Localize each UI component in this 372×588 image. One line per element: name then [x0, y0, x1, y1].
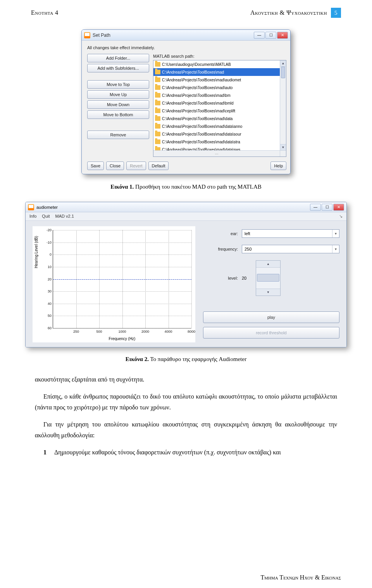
scroll-down-icon[interactable]: ▼ [280, 144, 286, 150]
titlebar[interactable]: Set Path — ☐ ✕ [82, 30, 290, 41]
titlebar[interactable]: audiometer — ☐ ✕ [26, 202, 346, 212]
path-list-item[interactable]: C:\Andreas\Projects\ToolBoxes\mad\data\s… [153, 130, 286, 138]
ear-select[interactable]: left ▼ [242, 229, 339, 238]
search-path-label: MATLAB search path: [153, 54, 286, 58]
path-item-text: C:\Andreas\Projects\ToolBoxes\mad\data\s… [162, 140, 240, 144]
horizontal-scrollbar[interactable] [153, 150, 280, 156]
chart-ytick: 50 [48, 314, 53, 318]
body-text: ακουστότητας εξαρτάται από τη συχνότητα.… [0, 374, 372, 458]
chart-ytick: 10 [48, 265, 53, 269]
move-up-button[interactable]: Move Up [87, 90, 149, 99]
chart-ytick: 40 [48, 302, 53, 306]
path-list-item[interactable]: C:\Users\audioguy\Documents\MATLAB [153, 60, 286, 68]
audiometer-window: audiometer — ☐ ✕ Info Quit MAD v2.1 ↘ -2… [25, 202, 347, 347]
play-button[interactable]: play [203, 311, 339, 323]
window-body: All changes take effect immediately. Add… [82, 41, 290, 174]
menu-corner-icon[interactable]: ↘ [339, 214, 343, 219]
window-title: audiometer [36, 205, 308, 210]
paragraph: Επίσης, ο κάθε άνθρωπος παρουσιάζει το δ… [35, 391, 337, 413]
ear-value: left [245, 231, 250, 236]
path-list-item[interactable]: C:\Andreas\Projects\ToolBoxes\mad\bmld [153, 99, 286, 107]
chart-xlabel: Frequency (Hz) [53, 337, 191, 341]
path-item-text: C:\Andreas\Projects\ToolBoxes\mad\bm [162, 93, 231, 98]
controls-panel: ear: left ▼ frequency: 250 ▼ level: 20 ▲ [203, 226, 339, 342]
folder-icon [155, 85, 160, 90]
chart-xtick: 4000 [164, 328, 172, 334]
chevron-down-icon: ▼ [332, 245, 339, 253]
chart-ytick: 60 [48, 326, 53, 330]
close-button[interactable]: ✕ [333, 204, 344, 211]
level-label: level: [203, 276, 238, 280]
slider-up-icon[interactable]: ▲ [256, 261, 280, 268]
list-text: Δημιουργούμε καθαρούς τόνους διαφορετικώ… [54, 447, 281, 458]
path-list-item[interactable]: C:\Andreas\Projects\ToolBoxes\mad\audiom… [153, 76, 286, 84]
window-control-buttons: — ☐ ✕ [254, 32, 288, 39]
caption-text: Το παράθυρο της εφαρμογής Audiometer [149, 356, 246, 362]
chart-xtick: 250 [73, 328, 79, 334]
add-folder-button[interactable]: Add Folder... [87, 54, 149, 62]
chart-ytick: 0 [50, 253, 53, 256]
folder-icon [155, 116, 160, 121]
add-with-subfolders-button[interactable]: Add with Subfolders... [87, 64, 149, 72]
folder-icon [155, 70, 160, 74]
frequency-label: frequency: [203, 247, 238, 251]
path-item-text: C:\Andreas\Projects\ToolBoxes\mad\auto [162, 86, 232, 90]
chart-ytick: 20 [48, 277, 53, 281]
slider-track[interactable] [256, 268, 280, 289]
chart-xtick: 500 [96, 328, 102, 334]
record-threshold-button[interactable]: record threshold [203, 327, 339, 339]
minimize-button[interactable]: — [254, 32, 265, 39]
set-path-window: Set Path — ☐ ✕ All changes take effect i… [81, 29, 291, 174]
chart-ytick: -10 [46, 241, 53, 244]
slider-thumb[interactable] [257, 274, 279, 282]
menu-info[interactable]: Info [29, 214, 36, 219]
vertical-scrollbar[interactable]: ▲ ▼ [280, 60, 286, 150]
caption-label: Εικόνα 1. [110, 184, 134, 190]
matlab-icon [84, 32, 90, 38]
scroll-thumb[interactable] [281, 67, 285, 78]
frequency-value: 250 [245, 247, 251, 251]
scroll-up-icon[interactable]: ▲ [280, 60, 286, 67]
level-slider[interactable]: ▲ ▼ [256, 260, 281, 296]
move-to-top-button[interactable]: Move to Top [87, 80, 149, 89]
path-list-item[interactable]: C:\Andreas\Projects\ToolBoxes\mad\data\a… [153, 122, 286, 130]
window-title: Set Path [93, 33, 251, 38]
menu-version[interactable]: MAD v2.1 [55, 214, 74, 219]
caption-label: Εικόνα 2. [126, 356, 149, 362]
minimize-button[interactable]: — [310, 204, 321, 211]
list-number: 1 [43, 447, 50, 458]
path-item-text: C:\Andreas\Projects\ToolBoxes\mad\data\s… [162, 132, 241, 136]
chart-ylabel: Hearing Level (dB) [34, 236, 38, 268]
figure-2-caption: Εικόνα 2. Το παράθυρο της εφαρμογής Audi… [0, 356, 372, 363]
move-to-bottom-button[interactable]: Move to Bottom [87, 110, 149, 119]
window-control-buttons: — ☐ ✕ [310, 204, 344, 211]
path-list-item[interactable]: C:\Andreas\Projects\ToolBoxes\mad\bm [153, 91, 286, 99]
help-button[interactable]: Help [270, 162, 286, 170]
scroll-corner [280, 150, 286, 156]
save-button[interactable]: Save [87, 162, 104, 170]
close-button[interactable]: ✕ [277, 32, 288, 39]
slider-down-icon[interactable]: ▼ [256, 289, 280, 296]
remove-button[interactable]: Remove [87, 131, 149, 139]
maximize-button[interactable]: ☐ [265, 32, 276, 39]
chart-xtick: 8000 [188, 328, 195, 334]
path-list-item[interactable]: C:\Andreas\Projects\ToolBoxes\mad\data [153, 115, 286, 122]
revert-button[interactable]: Revert [126, 162, 146, 170]
move-down-button[interactable]: Move Down [87, 100, 149, 109]
path-list-item[interactable]: C:\Andreas\Projects\ToolBoxes\mad\ceplif… [153, 107, 286, 115]
close-dialog-button[interactable]: Close [106, 162, 124, 170]
path-list-item[interactable]: C:\Andreas\Projects\ToolBoxes\mad [153, 68, 286, 76]
path-listbox[interactable]: C:\Users\audioguy\Documents\MATLABC:\And… [153, 60, 286, 157]
menubar: Info Quit MAD v2.1 ↘ [26, 212, 346, 221]
maximize-button[interactable]: ☐ [322, 204, 332, 211]
header-left: Ενοτητα 4 [31, 9, 59, 16]
path-item-text: C:\Andreas\Projects\ToolBoxes\mad\ceplif… [162, 109, 235, 113]
frequency-select[interactable]: 250 ▼ [242, 245, 339, 253]
path-list-item[interactable]: C:\Andreas\Projects\ToolBoxes\mad\data\s… [153, 138, 286, 146]
menu-quit[interactable]: Quit [42, 214, 50, 219]
path-list-item[interactable]: C:\Andreas\Projects\ToolBoxes\mad\auto [153, 84, 286, 91]
paragraph: Για την μέτρηση του απολύτου κατωφλίου α… [35, 419, 337, 441]
page-header: Ενοτητα 4 Ακουστικη & Ψυχοακουστικη 5 [0, 0, 372, 22]
default-button[interactable]: Default [148, 162, 169, 170]
page-footer: Τμημα Τεχνων Ηχου & Εικονας [260, 574, 341, 581]
